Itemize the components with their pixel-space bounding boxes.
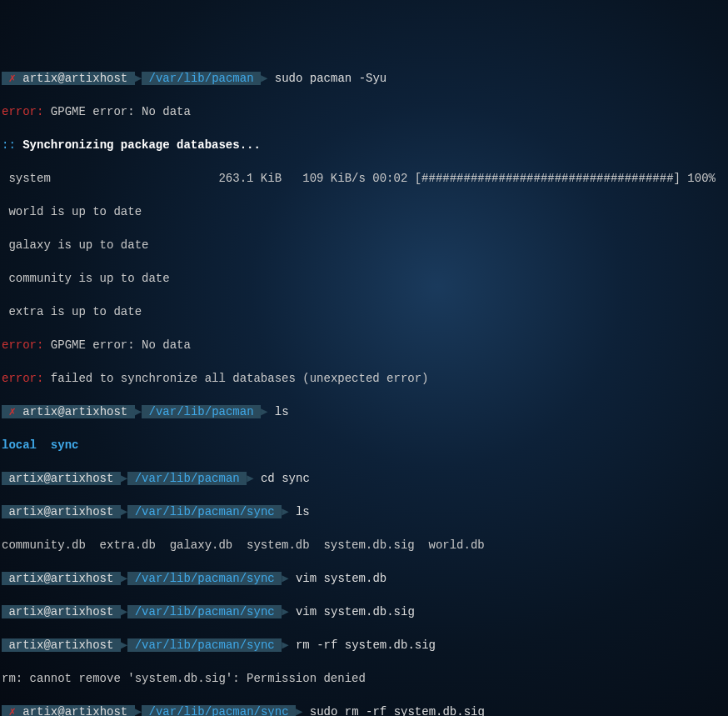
error-line: error: GPGME error: No data — [2, 103, 726, 120]
command: sudo pacman -Syu — [275, 72, 386, 85]
prompt-line: ✗ artix@artixhost ▶ /var/lib/pacman ▶ su… — [2, 70, 726, 87]
command: sudo rm -rf system.db.sig — [310, 705, 485, 716]
status-fail-icon: ✗ — [8, 705, 15, 716]
rm-error: rm: cannot remove 'system.db.sig': Permi… — [2, 670, 726, 687]
download-progress: system 263.1 KiB 109 KiB/s 00:02 [######… — [2, 170, 726, 187]
prompt-line: artix@artixhost ▶ /var/lib/pacman/sync ▶… — [2, 503, 726, 520]
prompt-line: artix@artixhost ▶ /var/lib/pacman/sync ▶… — [2, 637, 726, 653]
error-line: error: GPGME error: No data — [2, 337, 726, 353]
prompt-line: artix@artixhost ▶ /var/lib/pacman/sync ▶… — [2, 603, 726, 620]
command: rm -rf system.db.sig — [296, 638, 436, 652]
ls-output: local sync — [2, 437, 726, 453]
command: cd sync — [261, 472, 310, 485]
sync-header: :: Synchronizing package databases... — [2, 137, 726, 153]
ls-output: community.db extra.db galaxy.db system.d… — [2, 537, 726, 553]
prompt-line: ✗ artix@artixhost ▶ /var/lib/pacman ▶ ls — [2, 403, 726, 420]
status-fail-icon: ✗ — [8, 405, 15, 418]
command: ls — [296, 505, 310, 518]
prompt-line: artix@artixhost ▶ /var/lib/pacman ▶ cd s… — [2, 470, 726, 487]
error-line: error: failed to synchronize all databas… — [2, 370, 726, 387]
command: vim system.db.sig — [296, 605, 415, 618]
repo-status: galaxy is up to date — [2, 237, 726, 253]
command: vim system.db — [296, 572, 386, 585]
repo-status: community is up to date — [2, 270, 726, 287]
prompt-line: artix@artixhost ▶ /var/lib/pacman/sync ▶… — [2, 570, 726, 587]
repo-status: extra is up to date — [2, 303, 726, 320]
prompt-line: ✗ artix@artixhost ▶ /var/lib/pacman/sync… — [2, 703, 726, 716]
status-fail-icon: ✗ — [8, 72, 15, 85]
repo-status: world is up to date — [2, 203, 726, 220]
command: ls — [275, 405, 289, 418]
